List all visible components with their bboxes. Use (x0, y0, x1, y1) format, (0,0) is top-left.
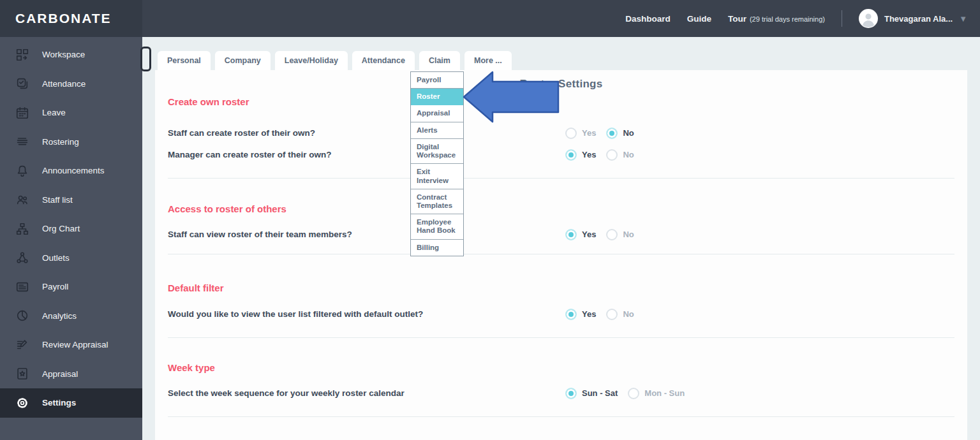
sidebar-item-label: Payroll (42, 282, 68, 291)
sidebar-item-label: Attendance (42, 79, 85, 89)
sidebar-item-staff-list[interactable]: Staff list (0, 186, 142, 215)
option-no[interactable]: No (606, 128, 634, 139)
radio-yes-icon[interactable] (565, 149, 577, 161)
topbar-nav: Dashboard Guide Tour(29 trial days remai… (625, 9, 980, 28)
option-yes[interactable]: Yes (565, 229, 596, 240)
dropdown-item-alerts[interactable]: Alerts (411, 122, 463, 139)
radio-mon-sun-icon[interactable] (628, 388, 639, 399)
payroll-icon (15, 280, 29, 294)
brand-logo: CARBONATE (0, 0, 142, 37)
more-dropdown-menu: PayrollRosterAppraisalAlertsDigital Work… (410, 71, 464, 256)
sidebar-item-label: Leave (42, 108, 66, 117)
chevron-down-icon: ▼ (959, 14, 967, 24)
sidebar-item-org-chart[interactable]: Org Chart (0, 214, 142, 244)
sidebar-item-leave[interactable]: Leave (0, 98, 142, 128)
dropdown-item-employee-hand-book[interactable]: Employee Hand Book (411, 214, 463, 239)
dropdown-item-payroll[interactable]: Payroll (411, 72, 463, 89)
tab-more[interactable]: More ... (464, 51, 512, 70)
sidebar-item-label: Org Chart (42, 224, 80, 233)
radio-group: Sun - SatMon - Sun (565, 388, 685, 399)
dropdown-item-roster[interactable]: Roster (411, 89, 463, 105)
option-no[interactable]: No (606, 229, 634, 240)
sidebar-item-attendance[interactable]: Attendance (0, 70, 142, 99)
workspace-icon (15, 48, 29, 62)
carbonate-app: { "brand": "CARBONATE", "topbar": { "das… (0, 0, 980, 440)
tab-personal[interactable]: Personal (158, 51, 211, 70)
radio-no-icon[interactable] (606, 229, 618, 240)
sidebar-item-appraisal[interactable]: Appraisal (0, 360, 142, 389)
user-name: Thevagaran Ala... (884, 14, 953, 24)
radio-label: No (623, 128, 634, 139)
question-text: Select the week sequence for your weekly… (168, 388, 405, 398)
radio-group: YesNo (565, 229, 634, 240)
section-heading-create-own-roster: Create own roster (168, 96, 967, 108)
option-no[interactable]: No (606, 309, 634, 320)
radio-label: Yes (582, 309, 596, 320)
dropdown-item-exit-interview[interactable]: Exit Interview (411, 164, 463, 189)
nav-guide[interactable]: Guide (687, 14, 711, 24)
radio-yes-icon[interactable] (565, 229, 577, 240)
org-chart-icon (15, 222, 29, 236)
question-row: Staff can view roster of their team memb… (155, 228, 967, 241)
dropdown-item-digital-workspace[interactable]: Digital Workspace (411, 139, 463, 164)
trial-days-note: (29 trial days remaining) (750, 15, 825, 23)
user-menu[interactable]: Thevagaran Ala... ▼ (859, 9, 967, 28)
review-appraisal-icon (15, 338, 29, 352)
sidebar-item-settings[interactable]: Settings (0, 388, 142, 418)
section-divider (168, 416, 954, 417)
section-heading-week-type: Week type (168, 362, 967, 374)
sidebar-item-workspace[interactable]: Workspace (0, 40, 142, 70)
sidebar-item-announcements[interactable]: Announcements (0, 156, 142, 186)
topbar: CARBONATE Dashboard Guide Tour(29 trial … (0, 0, 980, 37)
section-divider (168, 337, 954, 338)
question-text: Staff can create roster of their own? (168, 128, 315, 138)
dropdown-item-billing[interactable]: Billing (411, 240, 463, 256)
option-yes[interactable]: Yes (565, 128, 596, 139)
option-no[interactable]: No (606, 149, 634, 161)
option-yes[interactable]: Yes (565, 149, 596, 161)
option-sun-sat[interactable]: Sun - Sat (565, 388, 618, 399)
radio-yes-icon[interactable] (565, 309, 577, 320)
radio-label: Yes (582, 128, 596, 139)
dropdown-item-appraisal[interactable]: Appraisal (411, 105, 463, 122)
sidebar-item-label: Appraisal (42, 369, 78, 379)
analytics-icon (15, 309, 29, 323)
tab-leave-holiday[interactable]: Leave/Holiday (275, 51, 348, 70)
tab-claim[interactable]: Claim (419, 51, 460, 70)
dropdown-item-contract-templates[interactable]: Contract Templates (411, 189, 463, 214)
sidebar-item-rostering[interactable]: Rostering (0, 128, 142, 157)
sidebar-item-review-appraisal[interactable]: Review Appraisal (0, 330, 142, 360)
radio-label: Sun - Sat (582, 388, 618, 399)
tab-attendance[interactable]: Attendance (352, 51, 415, 70)
question-row: Would you like to view the user list fil… (155, 308, 967, 321)
radio-sun-sat-icon[interactable] (565, 388, 577, 399)
question-text: Manager can create roster of their own? (168, 150, 332, 159)
radio-yes-icon[interactable] (565, 128, 577, 139)
nav-tour-label: Tour (728, 14, 746, 24)
sidebar-item-label: Review Appraisal (42, 340, 108, 349)
radio-label: Yes (582, 149, 596, 161)
sidebar-item-analytics[interactable]: Analytics (0, 302, 142, 331)
option-yes[interactable]: Yes (565, 309, 596, 320)
nav-dashboard[interactable]: Dashboard (625, 14, 671, 24)
sidebar-item-payroll[interactable]: Payroll (0, 272, 142, 302)
option-mon-sun[interactable]: Mon - Sun (628, 388, 685, 399)
settings-icon (15, 396, 29, 410)
sidebar-item-label: Staff list (42, 195, 73, 205)
sidebar: WorkspaceAttendanceLeaveRosteringAnnounc… (0, 37, 142, 440)
radio-no-icon[interactable] (606, 149, 618, 161)
tab-company[interactable]: Company (215, 51, 271, 70)
avatar (859, 9, 878, 28)
sidebar-scroll-handle[interactable] (140, 47, 151, 71)
nav-tour[interactable]: Tour(29 trial days remaining) (728, 14, 825, 24)
rostering-icon (15, 135, 29, 149)
outlets-icon (15, 251, 29, 265)
radio-no-icon[interactable] (606, 128, 618, 139)
settings-tabs: PersonalCompanyLeave/HolidayAttendanceCl… (158, 51, 512, 70)
sidebar-item-label: Settings (42, 398, 76, 407)
radio-group: YesNo (565, 128, 634, 139)
sidebar-item-outlets[interactable]: Outlets (0, 244, 142, 273)
question-text: Would you like to view the user list fil… (168, 309, 423, 319)
sidebar-item-label: Rostering (42, 137, 79, 147)
radio-no-icon[interactable] (606, 309, 618, 320)
